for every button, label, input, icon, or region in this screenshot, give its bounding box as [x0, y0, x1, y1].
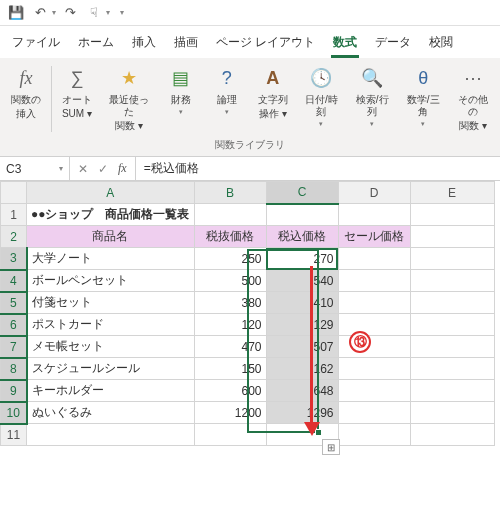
cell[interactable]: 商品名	[27, 226, 195, 248]
cell[interactable]: 270	[266, 248, 338, 270]
row-header[interactable]: 10	[1, 402, 27, 424]
select-all-corner[interactable]	[1, 182, 27, 204]
more-functions-button[interactable]: ⋯ その他の 関数 ▾	[450, 64, 496, 134]
cell[interactable]: 120	[194, 314, 266, 336]
undo-dropdown[interactable]: ▾	[52, 8, 56, 17]
cell[interactable]: セール価格	[338, 226, 410, 248]
cell[interactable]	[338, 424, 410, 446]
text-functions-button[interactable]: A 文字列 操作 ▾	[251, 64, 295, 122]
datetime-button[interactable]: 🕓 日付/時刻 ▾	[297, 64, 346, 130]
cell[interactable]: 380	[194, 292, 266, 314]
col-header[interactable]: A	[27, 182, 195, 204]
recent-functions-button[interactable]: ★ 最近使った 関数 ▾	[101, 64, 157, 134]
cell[interactable]	[338, 248, 410, 270]
lookup-button[interactable]: 🔍 検索/行列 ▾	[348, 64, 397, 130]
cell[interactable]	[338, 402, 410, 424]
cell[interactable]	[266, 204, 338, 226]
cell[interactable]: 付箋セット	[27, 292, 195, 314]
tab-home[interactable]: ホーム	[76, 30, 116, 58]
col-header[interactable]: D	[338, 182, 410, 204]
cell[interactable]	[410, 270, 494, 292]
undo-button[interactable]: ↶	[30, 3, 50, 23]
cell[interactable]: 162	[266, 358, 338, 380]
cell[interactable]	[338, 314, 410, 336]
cell[interactable]: 500	[194, 270, 266, 292]
touch-mode-button[interactable]: ☟	[84, 3, 104, 23]
save-button[interactable]: 💾	[6, 3, 26, 23]
cell[interactable]: 税抜価格	[194, 226, 266, 248]
col-header[interactable]: E	[410, 182, 494, 204]
worksheet-grid[interactable]: A B C D E 1 ●●ショップ 商品価格一覧表 2 商品名 税抜価格 税込…	[0, 181, 500, 446]
cancel-formula-button[interactable]: ✕	[78, 162, 88, 176]
cell[interactable]: 税込価格	[266, 226, 338, 248]
cell[interactable]: ボールペンセット	[27, 270, 195, 292]
cell[interactable]: スケジュールシール	[27, 358, 195, 380]
cell[interactable]	[410, 358, 494, 380]
autofill-options-button[interactable]: ⊞	[322, 439, 340, 455]
cell[interactable]: 150	[194, 358, 266, 380]
fill-handle[interactable]	[315, 429, 322, 436]
cell[interactable]: 1296	[266, 402, 338, 424]
cell[interactable]	[410, 402, 494, 424]
cell[interactable]: 648	[266, 380, 338, 402]
row-header[interactable]: 5	[1, 292, 27, 314]
cell[interactable]	[410, 314, 494, 336]
qat-customize[interactable]: ▾	[120, 8, 124, 17]
cell[interactable]: 大学ノート	[27, 248, 195, 270]
insert-function-button[interactable]: fx 関数の 挿入	[4, 64, 48, 122]
cell[interactable]	[410, 292, 494, 314]
cell[interactable]	[410, 204, 494, 226]
cell[interactable]	[27, 424, 195, 446]
cell[interactable]	[194, 424, 266, 446]
cell[interactable]: ポストカード	[27, 314, 195, 336]
col-header[interactable]: C	[266, 182, 338, 204]
row-header[interactable]: 7	[1, 336, 27, 358]
tab-review[interactable]: 校閲	[427, 30, 455, 58]
cell[interactable]: ●●ショップ 商品価格一覧表	[27, 204, 195, 226]
redo-button[interactable]: ↷	[60, 3, 80, 23]
cell[interactable]	[338, 292, 410, 314]
financial-button[interactable]: ▤ 財務 ▾	[159, 64, 203, 118]
row-header[interactable]: 2	[1, 226, 27, 248]
confirm-formula-button[interactable]: ✓	[98, 162, 108, 176]
row-header[interactable]: 8	[1, 358, 27, 380]
cell[interactable]	[410, 336, 494, 358]
cell[interactable]	[410, 226, 494, 248]
name-box[interactable]: C3 ▾	[0, 157, 70, 180]
cell[interactable]: 250	[194, 248, 266, 270]
col-header[interactable]: B	[194, 182, 266, 204]
cell[interactable]: 600	[194, 380, 266, 402]
fx-button[interactable]: fx	[118, 161, 127, 176]
row-header[interactable]: 4	[1, 270, 27, 292]
tab-data[interactable]: データ	[373, 30, 413, 58]
tab-file[interactable]: ファイル	[10, 30, 62, 58]
touch-dropdown[interactable]: ▾	[106, 8, 110, 17]
cell[interactable]: 410	[266, 292, 338, 314]
tab-formulas[interactable]: 数式	[331, 30, 359, 58]
formula-input[interactable]: =税込価格	[136, 160, 500, 177]
cell[interactable]: キーホルダー	[27, 380, 195, 402]
cell[interactable]: 507	[266, 336, 338, 358]
cell[interactable]	[410, 380, 494, 402]
row-header[interactable]: 9	[1, 380, 27, 402]
row-header[interactable]: 3	[1, 248, 27, 270]
cell[interactable]	[338, 380, 410, 402]
autosum-button[interactable]: ∑ オート SUM ▾	[55, 64, 99, 122]
tab-draw[interactable]: 描画	[172, 30, 200, 58]
math-trig-button[interactable]: θ 数学/三角 ▾	[399, 64, 448, 130]
cell[interactable]: 129	[266, 314, 338, 336]
cell[interactable]	[338, 204, 410, 226]
cell[interactable]: メモ帳セット	[27, 336, 195, 358]
row-header[interactable]: 6	[1, 314, 27, 336]
row-header[interactable]: 11	[1, 424, 27, 446]
cell[interactable]	[338, 270, 410, 292]
tab-insert[interactable]: 挿入	[130, 30, 158, 58]
row-header[interactable]: 1	[1, 204, 27, 226]
cell[interactable]	[410, 248, 494, 270]
tab-page-layout[interactable]: ページ レイアウト	[214, 30, 317, 58]
cell[interactable]: ぬいぐるみ	[27, 402, 195, 424]
cell[interactable]	[194, 204, 266, 226]
cell[interactable]: 540	[266, 270, 338, 292]
cell[interactable]	[410, 424, 494, 446]
cell[interactable]: 470	[194, 336, 266, 358]
